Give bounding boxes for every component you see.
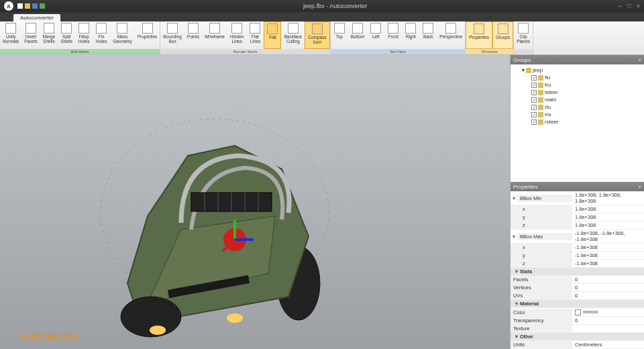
expand-icon[interactable]: ▾ — [513, 268, 520, 275]
qat-save-icon[interactable] — [32, 3, 38, 9]
view-left-button[interactable]: Left — [367, 21, 384, 49]
merge-shells-icon — [44, 23, 54, 34]
clip-planes-button[interactable]: ClipPlanes — [514, 21, 533, 49]
properties-panel-close-icon[interactable]: × — [638, 184, 641, 190]
prop-value[interactable]: xxxxxx — [572, 308, 644, 316]
panel-groups-button[interactable]: Groups — [492, 21, 513, 49]
prop-key: x — [511, 205, 572, 213]
expand-icon[interactable]: ▾ — [513, 301, 520, 307]
prop-value[interactable]: 1.8e+308 — [572, 221, 644, 229]
view-back-button[interactable]: Back — [419, 21, 437, 49]
prop-value[interactable]: 0 — [572, 317, 644, 324]
tree-node[interactable]: ✓main — [513, 96, 642, 103]
close-button[interactable]: × — [637, 3, 640, 9]
model-jeep[interactable] — [80, 95, 349, 349]
unify-normals-button[interactable]: UnifyNormals — [0, 21, 21, 49]
qat-undo-icon[interactable] — [40, 3, 45, 9]
panel-properties-button[interactable]: Properties — [466, 21, 492, 49]
ribbon-group-clip: ClipPlanes — [514, 21, 533, 54]
view-back-icon — [423, 23, 433, 34]
tree-node[interactable]: ✓fru — [513, 81, 642, 89]
ribbon-tabbar: Autoconverter — [0, 12, 644, 21]
ribbon-group-edit-mesh: UnifyNormals InvertFacets MergeShells Sp… — [0, 21, 160, 54]
flat-lines-button[interactable]: FlatLines — [246, 21, 264, 49]
prop-value[interactable]: -1.8e+308 — [572, 260, 644, 267]
watermark: AUTOMAPKI — [20, 332, 78, 342]
split-shells-button[interactable]: SplitShells — [58, 21, 75, 49]
fix-holes-button[interactable]: FixHoles — [93, 21, 110, 49]
prop-key: Facets — [511, 276, 572, 283]
color-swatch[interactable] — [575, 309, 581, 315]
invert-facets-icon — [25, 23, 36, 34]
checkbox[interactable]: ✓ — [531, 75, 537, 81]
expand-icon[interactable]: ▾ — [513, 334, 520, 340]
checkbox[interactable]: ✓ — [531, 112, 537, 117]
checkbox[interactable]: ✓ — [531, 105, 537, 110]
merge-shells-button[interactable]: MergeShells — [40, 21, 58, 49]
fillup-holes-button[interactable]: FillupHoles — [75, 21, 93, 49]
app-logo: A — [4, 1, 13, 11]
qat-open-icon[interactable] — [25, 3, 30, 9]
bounding-box-button[interactable]: BoundingBox — [160, 21, 184, 49]
right-dock: Groups× ▾jeep ✓flu ✓fru ✓lsteer ✓main ✓r… — [510, 55, 644, 349]
invert-facets-button[interactable]: InvertFacets — [21, 21, 40, 49]
prop-key: y — [511, 213, 572, 221]
tree-node[interactable]: ✓rlu — [513, 103, 642, 111]
3d-viewport[interactable]: AUTOMAPKI — [0, 55, 510, 349]
prop-key: z — [511, 260, 572, 267]
view-top-button[interactable]: Top — [331, 21, 348, 49]
expand-icon[interactable]: ▾ — [511, 234, 517, 240]
prop-value[interactable]: -1.8e+308 — [572, 244, 644, 251]
prop-key: x — [511, 244, 572, 251]
checkbox[interactable]: ✓ — [531, 119, 537, 125]
fix-holes-icon — [96, 23, 107, 34]
mesh-icon — [538, 90, 543, 95]
prop-value[interactable]: 1.8e+308 — [572, 213, 644, 221]
flat-lines-icon — [250, 23, 260, 34]
view-front-button[interactable]: Front — [384, 21, 402, 49]
view-right-button[interactable]: Right — [402, 21, 419, 49]
checkbox[interactable]: ✓ — [531, 97, 537, 103]
properties-button[interactable]: Properties — [135, 21, 160, 49]
view-bottom-button[interactable]: Bottom — [348, 21, 368, 49]
tree-node[interactable]: ✓rru — [513, 111, 642, 118]
svg-point-11 — [150, 326, 166, 335]
mesh-icon — [538, 119, 543, 125]
view-top-icon — [334, 23, 345, 34]
compass-icon-button[interactable]: CompassIcon — [305, 21, 329, 49]
prop-value[interactable]: -1.8e+308 — [572, 252, 644, 259]
minimize-button[interactable]: – — [619, 3, 622, 9]
prop-key: Texture — [511, 325, 572, 332]
tree-node[interactable]: ✓flu — [513, 74, 642, 81]
view-perspective-button[interactable]: Perspective — [437, 21, 465, 49]
bounding-box-icon — [167, 23, 178, 34]
groups-tree[interactable]: ▾jeep ✓flu ✓fru ✓lsteer ✓main ✓rlu ✓rru … — [511, 64, 644, 182]
maximize-button[interactable]: □ — [627, 3, 631, 9]
qat-new-icon[interactable] — [17, 3, 23, 9]
checkbox[interactable]: ✓ — [531, 90, 537, 95]
prop-key: Transparency — [511, 317, 572, 324]
flat-button[interactable]: Flat — [264, 21, 281, 49]
backface-culling-icon — [288, 23, 299, 34]
tree-node-root[interactable]: ▾jeep — [513, 66, 642, 74]
view-front-icon — [388, 23, 398, 34]
backface-culling-button[interactable]: BackfaceCulling — [281, 21, 305, 49]
tab-autoconverter[interactable]: Autoconverter — [13, 14, 60, 21]
groups-panel-close-icon[interactable]: × — [638, 57, 641, 63]
expand-icon[interactable]: ▾ — [511, 195, 517, 201]
prop-value[interactable]: 1.8e+308 — [572, 205, 644, 213]
prop-value[interactable] — [572, 328, 644, 330]
hidden-lines-button[interactable]: HiddenLines — [227, 21, 247, 49]
prop-value[interactable]: Centimeters — [572, 341, 644, 348]
tree-node[interactable]: ✓lsteer — [513, 89, 642, 96]
expand-icon[interactable]: ▾ — [522, 67, 525, 73]
ribbon-group-label: Set View — [331, 49, 466, 54]
prop-section: Stats — [520, 268, 532, 275]
checkbox[interactable]: ✓ — [531, 83, 537, 88]
quick-access-toolbar[interactable] — [17, 3, 45, 9]
tree-node[interactable]: ✓rsteer — [513, 118, 642, 126]
points-button[interactable]: Points — [184, 21, 202, 49]
properties-grid[interactable]: ▾BBox Min1.8e+308, 1.8e+308, 1.8e+308 x1… — [511, 191, 644, 349]
mass-geometry-button[interactable]: MassGeometry — [110, 21, 135, 49]
wireframe-button[interactable]: Wireframe — [202, 21, 227, 49]
